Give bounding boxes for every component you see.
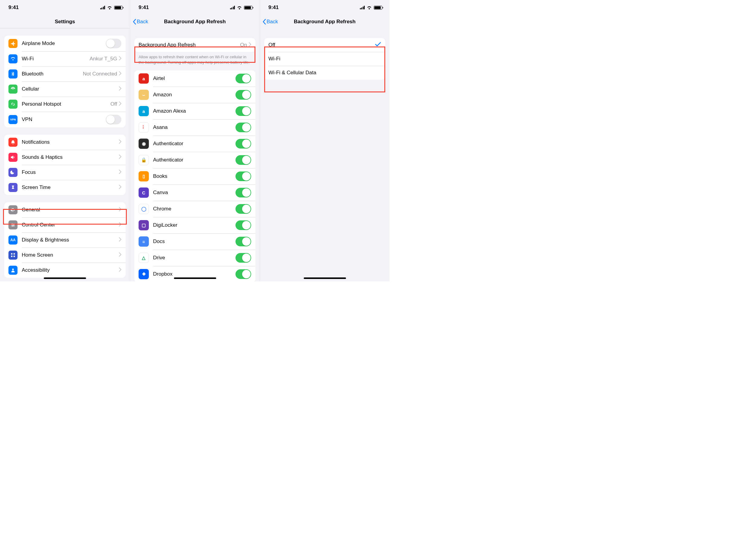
svg-point-8 — [12, 269, 14, 270]
svg-point-0 — [13, 89, 14, 90]
nav-bar: Settings — [0, 15, 130, 28]
app-name: Airtel — [153, 76, 236, 82]
app-icon: ≡ — [139, 237, 149, 247]
screentime-icon — [8, 183, 18, 192]
settings-group: GeneralControl CenterAADisplay & Brightn… — [4, 202, 126, 278]
chevron-right-icon — [119, 155, 121, 160]
row-label: Cellular — [22, 86, 119, 92]
status-time: 9:41 — [8, 5, 19, 11]
nav-bar: Back Background App Refresh — [130, 15, 260, 28]
chevron-left-icon — [262, 19, 266, 25]
app-icon: a — [139, 73, 149, 84]
home-indicator[interactable] — [304, 277, 346, 279]
app-name: Chrome — [153, 206, 236, 212]
row-label: Sounds & Haptics — [22, 154, 119, 160]
settings-row-sounds[interactable]: Sounds & Haptics — [4, 150, 126, 165]
sounds-icon — [8, 153, 18, 162]
settings-row-notifications[interactable]: Notifications — [4, 135, 126, 150]
settings-row-cellular[interactable]: Cellular — [4, 82, 126, 97]
chevron-right-icon — [249, 42, 251, 48]
svg-rect-4 — [11, 253, 13, 255]
option-row[interactable]: Wi-Fi & Cellular Data — [264, 66, 385, 80]
chevron-right-icon — [119, 71, 121, 77]
status-indicators — [360, 5, 382, 10]
settings-row-wifi[interactable]: Wi-FiAnkur T_5G — [4, 51, 126, 66]
back-button[interactable]: Back — [262, 15, 278, 28]
apps-group: aAirtel⌣AmazonaAmazon Alexa⠇Asana◉Authen… — [134, 70, 256, 281]
settings-row-airplane[interactable]: Airplane Mode — [4, 36, 126, 51]
nav-bar: Back Background App Refresh — [260, 15, 389, 28]
chevron-right-icon — [119, 86, 121, 92]
app-icon: C — [139, 188, 149, 198]
app-row: ❖Dropbox — [134, 266, 256, 281]
settings-row-vpn[interactable]: VPNVPN — [4, 112, 126, 127]
app-toggle[interactable] — [236, 106, 251, 116]
battery-icon — [374, 6, 382, 10]
page-title: Settings — [55, 19, 75, 25]
app-toggle[interactable] — [236, 237, 251, 247]
toggle[interactable] — [106, 115, 121, 124]
settings-row-general[interactable]: General — [4, 202, 126, 217]
app-toggle[interactable] — [236, 155, 251, 165]
row-label: Focus — [22, 169, 119, 176]
page-title: Background App Refresh — [294, 19, 356, 25]
app-toggle[interactable] — [236, 123, 251, 132]
settings-row-focus[interactable]: Focus — [4, 165, 126, 180]
app-icon: ▯ — [139, 171, 149, 182]
row-label: Wi-Fi — [22, 56, 90, 62]
back-button[interactable]: Back — [133, 15, 148, 28]
row-label: Personal Hotspot — [22, 101, 111, 107]
app-row: ⌣Amazon — [134, 87, 256, 103]
svg-rect-6 — [11, 256, 13, 257]
phone-bar-list: 9:41 Back Background App Refresh Backgro… — [130, 0, 260, 281]
app-toggle[interactable] — [236, 90, 251, 100]
chevron-right-icon — [119, 101, 121, 107]
app-name: Canva — [153, 190, 236, 196]
app-toggle[interactable] — [236, 269, 251, 279]
settings-row-accessibility[interactable]: Accessibility — [4, 263, 126, 278]
app-row: △Drive — [134, 250, 256, 266]
bluetooth-icon — [8, 69, 18, 79]
master-setting-group: Background App Refresh On — [134, 38, 256, 52]
toggle[interactable] — [106, 39, 121, 48]
row-label: General — [22, 207, 119, 213]
app-toggle[interactable] — [236, 253, 251, 263]
app-toggle[interactable] — [236, 204, 251, 214]
general-icon — [8, 205, 18, 214]
option-label: Off — [269, 42, 375, 48]
home-indicator[interactable] — [174, 277, 216, 279]
app-name: Authenticator — [153, 141, 236, 147]
master-setting-row[interactable]: Background App Refresh On — [134, 38, 256, 52]
app-name: Books — [153, 173, 236, 179]
settings-row-bluetooth[interactable]: BluetoothNot Connected — [4, 66, 126, 82]
settings-row-control[interactable]: Control Center — [4, 217, 126, 233]
app-toggle[interactable] — [236, 74, 251, 83]
app-toggle[interactable] — [236, 172, 251, 181]
home-indicator[interactable] — [44, 277, 86, 279]
settings-row-hotspot[interactable]: Personal HotspotOff — [4, 97, 126, 112]
back-label: Back — [137, 19, 148, 25]
app-toggle[interactable] — [236, 139, 251, 149]
settings-row-screentime[interactable]: Screen Time — [4, 180, 126, 195]
wifi-icon — [237, 5, 242, 10]
status-bar: 9:41 — [260, 0, 389, 15]
settings-row-display[interactable]: AADisplay & Brightness — [4, 233, 126, 248]
checkmark-icon — [375, 42, 381, 48]
app-toggle[interactable] — [236, 188, 251, 198]
app-row: 🔒Authenticator — [134, 152, 256, 168]
row-label: Screen Time — [22, 185, 119, 191]
app-row: aAirtel — [134, 70, 256, 87]
option-row[interactable]: Off — [264, 38, 385, 52]
app-toggle[interactable] — [236, 221, 251, 230]
control-icon — [8, 221, 18, 230]
battery-icon — [244, 6, 253, 10]
master-setting-footer: Allow apps to refresh their content when… — [130, 52, 260, 65]
svg-rect-5 — [14, 253, 15, 255]
settings-row-home[interactable]: Home Screen — [4, 248, 126, 263]
chevron-right-icon — [119, 222, 121, 228]
phone-bar-options: 9:41 Back Background App Refresh OffWi-F… — [260, 0, 389, 281]
notifications-icon — [8, 138, 18, 147]
status-indicators — [100, 5, 123, 10]
option-row[interactable]: Wi-Fi — [264, 52, 385, 66]
app-name: Amazon Alexa — [153, 108, 236, 114]
